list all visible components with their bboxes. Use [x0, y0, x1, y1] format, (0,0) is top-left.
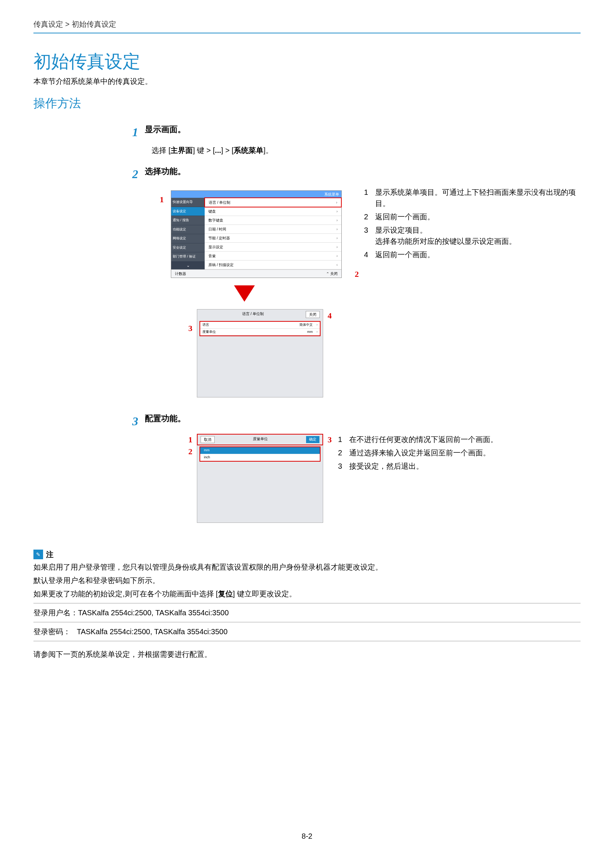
desc-num: 4	[364, 249, 375, 260]
chevron-right-icon: ›	[337, 217, 338, 223]
text: 如果更改了功能的初始设定,则可在各个功能画面中选择 [	[33, 590, 218, 598]
desc-item: 1在不进行任何更改的情况下返回前一个画面。	[338, 434, 581, 445]
menu-row-label: 语言 / 单位制	[209, 200, 230, 205]
desc-num: 1	[338, 434, 349, 445]
login-password-row: 登录密码： TASKalfa 2554ci:2500, TASKalfa 355…	[33, 626, 581, 637]
step-number-2: 2	[119, 165, 145, 183]
section-heading: 操作方法	[33, 94, 581, 112]
option-mm[interactable]: mm	[200, 447, 320, 454]
sidebar-item[interactable]: 网络设定	[171, 234, 205, 243]
close-button[interactable]: ⌃ 关闭	[326, 271, 338, 276]
menu-row[interactable]: 显示设定›	[205, 243, 341, 252]
close-label: 关闭	[330, 272, 338, 276]
menu-row[interactable]: 原稿 / 扫描设定‹	[205, 260, 341, 270]
desc-text: 返回前一个画面。	[375, 211, 581, 222]
screenshot-header: 语言 / 单位制 关闭	[197, 310, 323, 319]
menu-row[interactable]: 语言 / 单位制›	[204, 197, 342, 208]
menu-row-label: 数字键盘	[208, 217, 223, 223]
step-number-3: 3	[119, 412, 145, 430]
chevron-right-icon: ›	[337, 226, 338, 232]
ok-button[interactable]: 确定	[306, 436, 319, 443]
desc-item: 4返回前一个画面。	[364, 249, 581, 260]
sidebar-item[interactable]: 快速设置向导	[171, 198, 205, 207]
callout-2: 2	[188, 445, 193, 457]
desc-item: 1显示系统菜单项目。可通过上下轻扫画面来显示没有出现的项目。	[364, 187, 581, 209]
setting-row-unit[interactable]: 度量单位 mm ›	[200, 329, 320, 336]
sidebar-item[interactable]: 通知 / 报告	[171, 216, 205, 225]
note-body: 如果启用了用户登录管理，您只有以管理员身份或具有配置该设置权限的用户身份登录机器…	[33, 561, 581, 641]
screenshot-main-list: 语言 / 单位制› 键盘› 数字键盘› 日期 / 时间› 节能 / 定时器› 显…	[205, 198, 341, 270]
screen-title: 度量单位	[253, 436, 268, 443]
menu-row[interactable]: 数字键盘›	[205, 216, 341, 225]
desc-num: 2	[364, 211, 375, 222]
counter-button[interactable]: 计数器	[175, 271, 186, 276]
text: 选择 [	[152, 146, 171, 154]
breadcrumb: 传真设定 > 初始传真设定	[33, 19, 581, 30]
menu-row[interactable]: 节能 / 定时器›	[205, 234, 341, 243]
callout-1: 1	[160, 193, 164, 206]
desc-num: 1	[364, 187, 375, 209]
setting-value: 简体中文	[299, 322, 317, 328]
option-inch[interactable]: inch	[200, 454, 320, 461]
screenshot-lang-unit: 4 3 语言 / 单位制 关闭 语言 简体中文 › 度量单位 mm ›	[197, 309, 323, 397]
step-2-title: 选择功能。	[145, 165, 186, 177]
setting-value: mm	[307, 330, 317, 335]
menu-row[interactable]: 音量›	[205, 252, 341, 260]
screenshot-unit-select: 1 3 2 取消 度量单位 确定 mm inch	[197, 434, 323, 523]
setting-label: 语言	[202, 322, 209, 328]
sidebar-item[interactable]: 安全设定	[171, 243, 205, 253]
desc-text: 显示系统菜单项目。可通过上下轻扫画面来显示没有出现的项目。	[375, 187, 581, 209]
step-3: 3 配置功能。	[33, 412, 581, 430]
menu-row[interactable]: 日期 / 时间›	[205, 225, 341, 234]
desc-text: 在不进行任何更改的情况下返回前一个画面。	[349, 434, 581, 445]
note-line: 默认登录用户名和登录密码如下所示。	[33, 575, 581, 586]
desc-text: 返回前一个画面。	[375, 249, 581, 260]
chevron-right-icon: ›	[317, 322, 317, 328]
login-username-row: 登录用户名：TASKalfa 2554ci:2500, TASKalfa 355…	[33, 607, 581, 618]
screenshot-bottom-bar: 计数器 ⌃ 关闭	[171, 270, 341, 277]
divider	[33, 641, 581, 641]
screenshot-sidebar: 快速设置向导 设备设定 通知 / 报告 功能设定 网络设定 安全设定 部门管理 …	[171, 198, 205, 270]
sidebar-item[interactable]: 部门管理 / 验证	[171, 252, 205, 262]
chevron-right-icon: ›	[337, 235, 338, 241]
menu-row-label: 音量	[208, 253, 216, 259]
setting-label: 度量单位	[202, 330, 216, 335]
desc-num: 3	[364, 225, 375, 247]
sidebar-item[interactable]: 设备设定	[171, 207, 205, 216]
sidebar-item[interactable]: 功能设定	[171, 225, 205, 234]
final-text: 请参阅下一页的系统菜单设定，并根据需要进行配置。	[33, 649, 581, 660]
option-list: mm inch	[199, 446, 320, 462]
note-section: ✎ 注 如果启用了用户登录管理，您只有以管理员身份或具有配置该设置权限的用户身份…	[33, 549, 581, 641]
dots-key: ...	[215, 146, 221, 154]
screenshot-system-menu: 系统菜单 快速设置向导 设备设定 通知 / 报告 功能设定 网络设定 安全设定 …	[171, 191, 342, 278]
text: ] > [	[221, 146, 234, 154]
chevron-down-icon[interactable]: ⌄	[171, 262, 205, 270]
note-line: 如果启用了用户登录管理，您只有以管理员身份或具有配置该设置权限的用户身份登录机器…	[33, 561, 581, 573]
home-key: 主界面	[171, 146, 193, 154]
cancel-button[interactable]: 取消	[201, 436, 215, 443]
screen-title: 语言 / 单位制	[242, 311, 264, 318]
desc-num: 2	[338, 447, 349, 458]
sysmenu-key: 系统菜单	[234, 146, 263, 154]
note-header: ✎ 注	[33, 549, 581, 560]
down-arrow-icon	[234, 285, 255, 302]
menu-row[interactable]: 键盘›	[205, 207, 341, 216]
setting-row-language[interactable]: 语言 简体中文 ›	[200, 322, 320, 329]
step-1-body: 选择 [主界面] 键 > [...] > [系统菜单]。	[152, 145, 581, 156]
chevron-right-icon: ›	[317, 330, 317, 335]
step-3-descriptions: 1在不进行任何更改的情况下返回前一个画面。 2通过选择来输入设定并返回至前一个画…	[338, 434, 581, 474]
menu-row-label: 原稿 / 扫描设定	[208, 262, 234, 268]
close-button[interactable]: 关闭	[306, 311, 320, 318]
step-2-descriptions: 1显示系统菜单项目。可通过上下轻扫画面来显示没有出现的项目。 2返回前一个画面。…	[364, 187, 581, 262]
step-2-content: 1 2 系统菜单 快速设置向导 设备设定 通知 / 报告 功能设定 网络设定 安…	[33, 187, 581, 397]
login-user-value: TASKalfa 2554ci:2500, TASKalfa 3554ci:35…	[78, 609, 229, 617]
screenshot-header: 取消 度量单位 确定	[197, 434, 323, 445]
note-line: 如果更改了功能的初始设定,则可在各个功能画面中选择 [复位] 键立即更改设定。	[33, 588, 581, 599]
desc-text: 通过选择来输入设定并返回至前一个画面。	[349, 447, 581, 458]
login-user-label: 登录用户名：	[33, 609, 78, 617]
menu-row-label: 显示设定	[208, 244, 223, 250]
chevron-right-icon: ›	[337, 244, 338, 250]
screenshot-1-wrap: 1 2 系统菜单 快速设置向导 设备设定 通知 / 报告 功能设定 网络设定 安…	[156, 191, 349, 278]
chevron-right-icon: ›	[337, 253, 338, 259]
chevron-right-icon: ›	[337, 209, 338, 214]
